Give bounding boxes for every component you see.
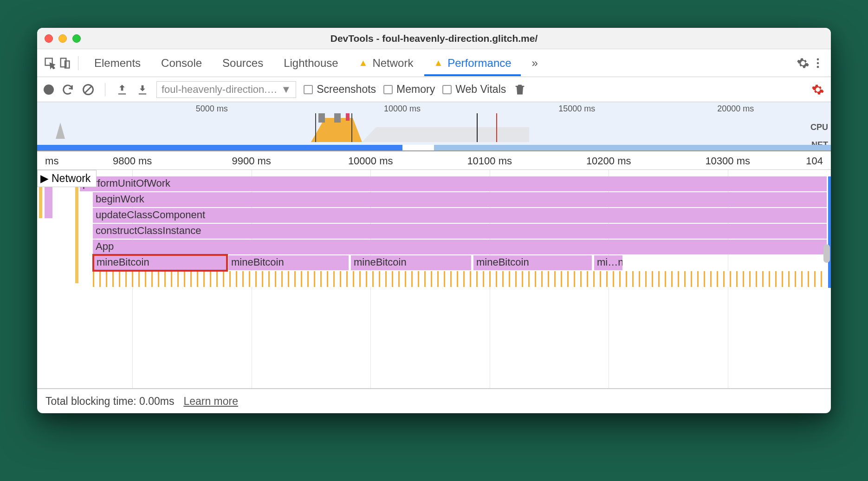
tick-label: 10100 ms bbox=[467, 155, 512, 167]
devtools-window: DevTools - foul-heavenly-direction.glitc… bbox=[37, 28, 831, 413]
warning-icon: ▲ bbox=[359, 58, 368, 68]
tick-label: 10000 ms bbox=[384, 104, 421, 114]
flame-label: constructClassInstance bbox=[96, 225, 201, 236]
tick-label: ms bbox=[45, 155, 58, 167]
flame-label: mi…n bbox=[597, 256, 623, 268]
flame-bar-minebitcoin[interactable]: mineBitcoin bbox=[351, 255, 472, 270]
traffic-lights bbox=[45, 34, 81, 43]
close-window-button[interactable] bbox=[45, 34, 53, 43]
tab-network[interactable]: ▲Network bbox=[350, 50, 423, 76]
reload-button[interactable] bbox=[61, 83, 74, 96]
tick-label: 15000 ms bbox=[558, 104, 595, 114]
select-value: foul-heavenly-direction.… bbox=[162, 84, 277, 96]
tab-label: Network bbox=[372, 57, 413, 70]
flame-label: updateClassComponent bbox=[96, 209, 205, 221]
svg-line-7 bbox=[85, 86, 91, 93]
recording-select[interactable]: foul-heavenly-direction.… ▼ bbox=[156, 81, 296, 98]
learn-more-link[interactable]: Learn more bbox=[183, 395, 238, 408]
memory-checkbox[interactable]: Memory bbox=[383, 83, 435, 96]
flame-label: beginWork bbox=[96, 193, 144, 205]
flame-label: mineBitcoin bbox=[97, 256, 149, 268]
more-tabs-button[interactable]: » bbox=[523, 50, 547, 76]
tab-label: Lighthouse bbox=[284, 57, 338, 70]
tab-sources[interactable]: Sources bbox=[213, 50, 272, 76]
net-gap bbox=[402, 145, 434, 150]
flame-bar-constructclassinstance[interactable]: constructClassInstance bbox=[93, 224, 827, 239]
tbt-text: Total blocking time: 0.00ms bbox=[45, 395, 174, 408]
capture-settings-gear-icon[interactable] bbox=[811, 83, 824, 96]
flame-label: mineBitcoin bbox=[476, 256, 529, 268]
performance-toolbar: foul-heavenly-direction.… ▼ Screenshots … bbox=[37, 77, 831, 102]
tab-lighthouse[interactable]: Lighthouse bbox=[274, 50, 347, 76]
window-title: DevTools - foul-heavenly-direction.glitc… bbox=[37, 33, 831, 44]
screenshots-checkbox[interactable]: Screenshots bbox=[304, 83, 376, 96]
flame-bar-task[interactable] bbox=[75, 176, 79, 283]
flame-bar-minebitcoin-truncated[interactable]: mi…n bbox=[594, 255, 623, 270]
svg-marker-10 bbox=[362, 127, 529, 142]
kebab-menu-icon[interactable] bbox=[811, 57, 824, 70]
trash-icon[interactable] bbox=[513, 83, 526, 96]
svg-point-3 bbox=[817, 58, 819, 60]
cpu-graph bbox=[37, 113, 831, 142]
minimize-window-button[interactable] bbox=[58, 34, 67, 43]
chevron-down-icon: ▼ bbox=[281, 84, 291, 96]
flame-bar-app[interactable]: App bbox=[93, 240, 827, 254]
flame-bar-minebitcoin[interactable]: mineBitcoin bbox=[473, 255, 592, 270]
tick-label: 10300 ms bbox=[705, 155, 750, 167]
settings-gear-icon[interactable] bbox=[797, 57, 810, 70]
scrollbar-thumb[interactable] bbox=[823, 244, 830, 263]
flame-label: App bbox=[96, 240, 114, 252]
tab-label: Sources bbox=[222, 57, 263, 70]
flame-bar-beginwork[interactable]: beginWork bbox=[93, 192, 827, 207]
net-activity-bar bbox=[434, 145, 831, 150]
checkbox-label: Screenshots bbox=[317, 83, 376, 96]
net-activity-bar bbox=[37, 145, 402, 150]
separator bbox=[78, 56, 78, 70]
device-toggle-icon[interactable] bbox=[58, 57, 71, 70]
download-profile-button[interactable] bbox=[136, 83, 149, 96]
flame-label: mineBitcoin bbox=[231, 256, 284, 268]
flame-bar-performunitofwork[interactable]: performUnitOfWork bbox=[80, 176, 827, 191]
tick-label: 5000 ms bbox=[196, 104, 228, 114]
tab-console[interactable]: Console bbox=[152, 50, 211, 76]
separator bbox=[105, 83, 105, 96]
tab-performance[interactable]: ▲Performance bbox=[424, 50, 520, 76]
svg-rect-13 bbox=[346, 113, 350, 121]
clear-button[interactable] bbox=[82, 83, 95, 96]
section-network-header[interactable]: ▶ Network bbox=[37, 170, 97, 187]
next-task-bar[interactable] bbox=[828, 176, 831, 288]
inspect-element-icon[interactable] bbox=[44, 57, 57, 70]
titlebar: DevTools - foul-heavenly-direction.glitc… bbox=[37, 28, 831, 49]
svg-point-4 bbox=[817, 62, 819, 64]
checkbox-label: Memory bbox=[396, 83, 435, 96]
upload-profile-button[interactable] bbox=[116, 83, 129, 96]
tick-label: 9900 ms bbox=[232, 155, 271, 167]
overview-ticks: 5000 ms 10000 ms 15000 ms 20000 ms bbox=[37, 102, 831, 112]
tick-label: 9800 ms bbox=[113, 155, 152, 167]
cpu-label: CPU bbox=[810, 123, 828, 132]
expand-triangle-icon: ▶ bbox=[40, 172, 49, 185]
flame-bar-updateclasscomponent[interactable]: updateClassComponent bbox=[93, 208, 827, 223]
tab-label: Console bbox=[161, 57, 202, 70]
devtools-tabs: Elements Console Sources Lighthouse ▲Net… bbox=[37, 49, 831, 77]
tab-elements[interactable]: Elements bbox=[85, 50, 150, 76]
overview-timeline[interactable]: 5000 ms 10000 ms 15000 ms 20000 ms CPU N… bbox=[37, 102, 831, 151]
detail-ruler[interactable]: ms 9800 ms 9900 ms 10000 ms 10100 ms 102… bbox=[37, 151, 831, 170]
svg-marker-8 bbox=[56, 123, 65, 139]
warning-icon: ▲ bbox=[434, 58, 443, 68]
section-label: Network bbox=[52, 172, 91, 185]
svg-rect-11 bbox=[318, 113, 325, 123]
maximize-window-button[interactable] bbox=[72, 34, 81, 43]
tab-label: Performance bbox=[447, 57, 511, 70]
webvitals-checkbox[interactable]: Web Vitals bbox=[442, 83, 506, 96]
microtask-ticks bbox=[93, 271, 827, 287]
tick-label: 10200 ms bbox=[586, 155, 631, 167]
svg-point-5 bbox=[817, 65, 819, 68]
record-button[interactable] bbox=[44, 84, 54, 95]
flame-bar-minebitcoin[interactable]: mineBitcoin bbox=[94, 255, 227, 270]
flame-chart[interactable]: ▶ Network performUnitOfWork beginWork up… bbox=[37, 170, 831, 388]
tab-label: Elements bbox=[94, 57, 141, 70]
flame-bar-minebitcoin[interactable]: mineBitcoin bbox=[228, 255, 349, 270]
tick-label: 20000 ms bbox=[717, 104, 754, 114]
checkbox-label: Web Vitals bbox=[455, 83, 506, 96]
